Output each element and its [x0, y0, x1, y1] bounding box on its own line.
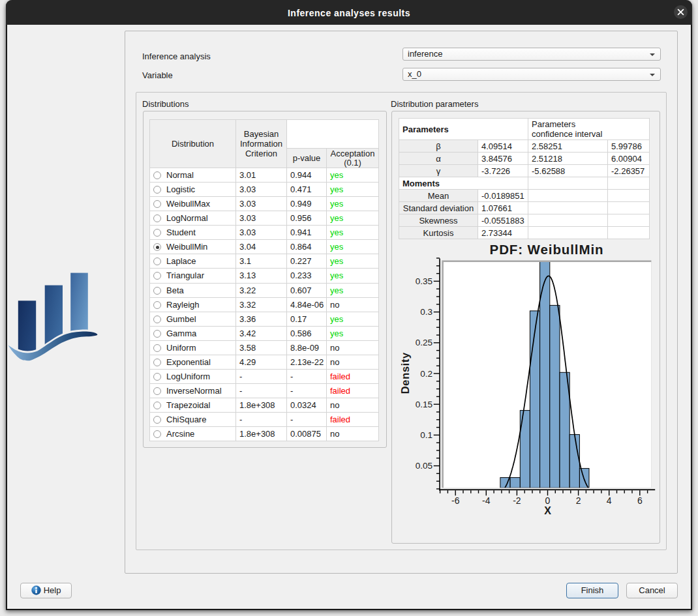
svg-text:2: 2: [576, 495, 581, 506]
svg-text:0.2: 0.2: [420, 369, 432, 379]
svg-text:X: X: [544, 505, 551, 516]
svg-text:6: 6: [637, 495, 643, 506]
svg-text:-2: -2: [513, 495, 521, 506]
svg-text:4: 4: [607, 495, 612, 506]
svg-text:0.25: 0.25: [416, 338, 432, 347]
svg-text:0.15: 0.15: [416, 400, 432, 409]
svg-text:0.05: 0.05: [416, 461, 432, 471]
svg-text:0.35: 0.35: [416, 276, 432, 286]
svg-text:Density: Density: [399, 352, 412, 394]
svg-text:-6: -6: [451, 495, 460, 506]
svg-text:0: 0: [545, 495, 551, 506]
svg-text:0.3: 0.3: [420, 307, 432, 317]
svg-text:PDF: WeibullMin: PDF: WeibullMin: [490, 242, 604, 257]
svg-text:-4: -4: [482, 495, 491, 506]
svg-text:0.1: 0.1: [420, 430, 432, 440]
